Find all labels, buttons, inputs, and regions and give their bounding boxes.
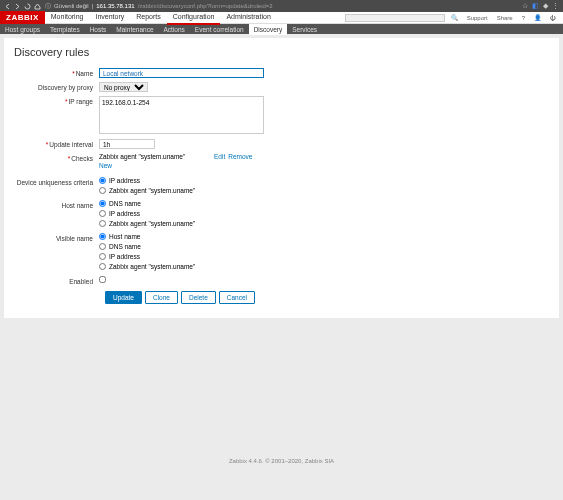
label-checks: Checks	[71, 155, 93, 162]
label-criteria: Device uniqueness criteria	[14, 177, 99, 186]
label-name: Name	[76, 70, 93, 77]
criteria-agent-radio[interactable]	[99, 187, 106, 194]
app-header: ZABBIX Monitoring Inventory Reports Conf…	[0, 12, 563, 24]
subnav-eventcorrelation[interactable]: Event correlation	[190, 24, 249, 35]
subnav-maintenance[interactable]: Maintenance	[111, 24, 158, 35]
label-hostname: Host name	[14, 200, 99, 209]
subnav-templates[interactable]: Templates	[45, 24, 85, 35]
support-link[interactable]: Support	[464, 15, 491, 21]
sub-nav: Host groups Templates Hosts Maintenance …	[0, 24, 563, 34]
page-title: Discovery rules	[14, 46, 549, 58]
enabled-checkbox[interactable]	[99, 276, 106, 283]
iprange-input[interactable]: 192.168.0.1-254	[99, 96, 264, 134]
footer-text: Zabbix 4.4.6. © 2001–2020, Zabbix SIA	[0, 458, 563, 464]
check-remove-link[interactable]: Remove	[228, 153, 252, 160]
visible-agent-radio[interactable]	[99, 263, 106, 270]
hostname-ip-radio[interactable]	[99, 210, 106, 217]
subnav-actions[interactable]: Actions	[159, 24, 190, 35]
home-icon[interactable]	[34, 3, 41, 10]
check-edit-link[interactable]: Edit	[214, 153, 225, 160]
subnav-hosts[interactable]: Hosts	[85, 24, 112, 35]
search-input[interactable]	[345, 14, 445, 22]
subnav-discovery[interactable]: Discovery	[249, 24, 288, 35]
criteria-ip-radio[interactable]	[99, 177, 106, 184]
user-icon[interactable]: 👤	[531, 14, 544, 21]
update-button[interactable]: Update	[105, 291, 142, 304]
menu-icon[interactable]: ⋮	[552, 2, 559, 10]
hostname-dns-radio[interactable]	[99, 200, 106, 207]
label-iprange: IP range	[69, 98, 93, 105]
share-link[interactable]: Share	[494, 15, 516, 21]
visible-ip-radio[interactable]	[99, 253, 106, 260]
label-proxy: Discovery by proxy	[14, 82, 99, 91]
label-visible: Visible name	[14, 233, 99, 242]
visible-host-radio[interactable]	[99, 233, 106, 240]
subnav-services[interactable]: Services	[287, 24, 322, 35]
visible-dns-radio[interactable]	[99, 243, 106, 250]
label-enabled: Enabled	[14, 276, 99, 285]
check-item-text: Zabbix agent "system.uname"	[99, 153, 214, 160]
name-input[interactable]	[99, 68, 264, 78]
back-icon[interactable]	[4, 3, 11, 10]
extension-icon[interactable]: ◆	[543, 2, 548, 10]
power-icon[interactable]: ⏻	[547, 15, 559, 21]
subnav-hostgroups[interactable]: Host groups	[0, 24, 45, 35]
clone-button[interactable]: Clone	[145, 291, 178, 304]
star-icon[interactable]: ☆	[522, 2, 528, 10]
label-interval: Update interval	[49, 141, 93, 148]
delete-button[interactable]: Delete	[181, 291, 216, 304]
logo[interactable]: ZABBIX	[0, 11, 45, 24]
check-new-link[interactable]: New	[99, 162, 112, 169]
reload-icon[interactable]	[24, 3, 31, 10]
proxy-select[interactable]: No proxy	[99, 82, 148, 92]
cancel-button[interactable]: Cancel	[219, 291, 255, 304]
help-icon[interactable]: ?	[519, 15, 528, 21]
search-icon[interactable]: 🔍	[448, 14, 461, 21]
forward-icon[interactable]	[14, 3, 21, 10]
interval-input[interactable]	[99, 139, 155, 149]
content-panel: Discovery rules *Name Discovery by proxy…	[4, 38, 559, 318]
translate-icon[interactable]: ◧	[532, 2, 539, 10]
hostname-agent-radio[interactable]	[99, 220, 106, 227]
